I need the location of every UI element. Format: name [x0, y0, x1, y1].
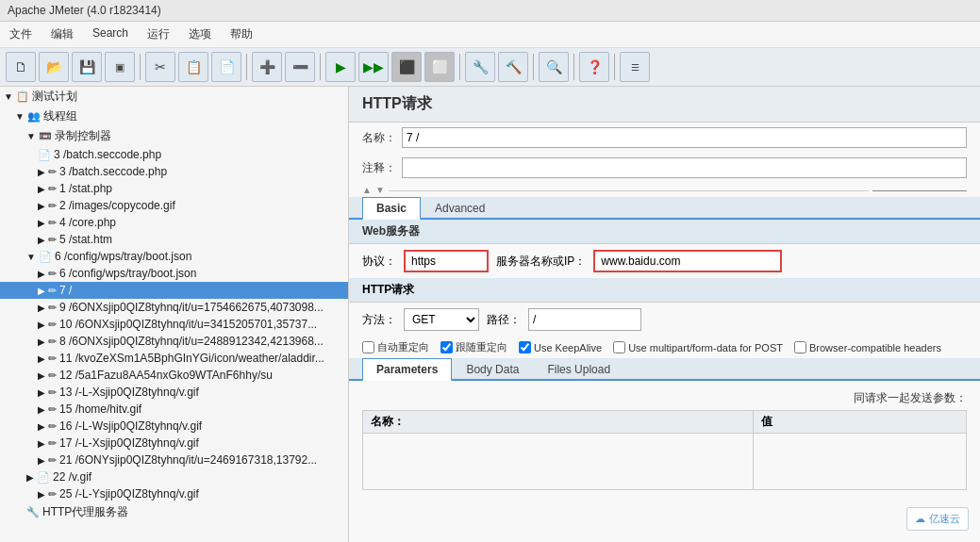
arrow-icon: ▶ [38, 201, 45, 211]
sep4 [459, 54, 460, 80]
stop2-button[interactable]: ⬜ [424, 52, 455, 82]
tree-item-images[interactable]: ▶ ✏ 2 /images/copycode.gif [0, 197, 348, 214]
method-row: 方法： GET POST PUT DELETE HEAD OPTIONS PAT… [349, 303, 980, 337]
stop-button[interactable]: ⬛ [391, 52, 422, 82]
tree-item-10[interactable]: ▶ ✏ 10 /6ONXsjip0QIZ8tyhnq/it/u=34152057… [0, 316, 348, 333]
copy-button[interactable]: 📋 [178, 52, 208, 82]
follow-redirect-label: 跟随重定向 [456, 340, 507, 354]
tree-item-stat1[interactable]: ▶ ✏ 1 /stat.php [0, 180, 348, 197]
arrow-icon: ▶ [38, 421, 45, 432]
tab-parameters[interactable]: Parameters [362, 358, 452, 381]
tree-item-core[interactable]: ▶ ✏ 4 /core.php [0, 214, 348, 231]
arrow-icon: ▶ [38, 235, 45, 245]
params-title: 同请求一起发送参数： [362, 386, 967, 410]
tab-body-data[interactable]: Body Data [452, 358, 533, 381]
tree-item-7[interactable]: ▶ ✏ 7 / [0, 282, 348, 299]
server-input[interactable] [593, 250, 782, 272]
menu-options[interactable]: 选项 [185, 25, 215, 44]
tree-item-batch1[interactable]: 📄 3 /batch.seccode.php [0, 146, 348, 163]
menu-help[interactable]: 帮助 [226, 25, 257, 44]
multipart-check: Use multipart/form-data for POST [613, 341, 783, 353]
tree-item-test-plan[interactable]: ▼ 📋 测试计划 [0, 87, 348, 107]
tab-files-upload[interactable]: Files Upload [533, 358, 624, 381]
tree-item-boot1[interactable]: ▼ 📄 6 /config/wps/tray/boot.json [0, 248, 348, 265]
name-input[interactable] [402, 127, 967, 148]
menu-search[interactable]: Search [89, 25, 132, 44]
menu-edit[interactable]: 编辑 [47, 25, 77, 44]
arrow-icon: ▶ [38, 269, 45, 279]
paste-button[interactable]: 📄 [211, 52, 241, 82]
tree-item-16[interactable]: ▶ ✏ 16 /-L-Wsjip0QIZ8tyhnq/v.gif [0, 418, 348, 435]
menu-run[interactable]: 运行 [143, 25, 174, 44]
keepalive-checkbox[interactable] [519, 341, 531, 353]
open-button[interactable]: 📂 [39, 52, 69, 82]
tree-item-17[interactable]: ▶ ✏ 17 /-L-Xsjip0QIZ8tyhnq/v.gif [0, 435, 348, 452]
arrow-icon: ▶ [38, 286, 45, 296]
save-button[interactable]: 💾 [72, 52, 102, 82]
method-label: 方法： [362, 312, 396, 328]
watermark: ☁ 亿速云 [906, 507, 969, 531]
http-request-label: HTTP请求 [362, 282, 414, 298]
cut-button[interactable]: ✂ [145, 52, 175, 82]
method-select[interactable]: GET POST PUT DELETE HEAD OPTIONS PATCH [404, 308, 479, 331]
params-table: 名称： 值 [362, 410, 967, 490]
scroll-down-icon: ▼ [375, 185, 385, 195]
arrow-icon: ▼ [15, 111, 25, 122]
run-button[interactable]: ▶ [325, 52, 356, 82]
server-name-label: 服务器名称或IP： [496, 254, 586, 270]
new-button[interactable]: 🗋 [6, 52, 36, 82]
search-toolbar-button[interactable]: 🔍 [539, 52, 569, 82]
expand-button[interactable]: ➕ [252, 52, 282, 82]
follow-redirect-check: 跟随重定向 [440, 340, 507, 354]
tree-item-recorder[interactable]: ▼ 📼 录制控制器 [0, 126, 348, 146]
browser-headers-check: Browser-compatible headers [794, 341, 941, 353]
comment-row: 注释： [349, 153, 980, 183]
menu-file[interactable]: 文件 [6, 25, 36, 44]
tree-item-15[interactable]: ▶ ✏ 15 /home/hitv.gif [0, 401, 348, 418]
follow-redirect-checkbox[interactable] [440, 341, 453, 353]
comment-input[interactable] [402, 157, 967, 178]
tabs-bar: Basic Advanced [349, 197, 980, 220]
tree-item-boot2[interactable]: ▶ ✏ 6 /config/wps/tray/boot.json [0, 265, 348, 282]
tree-item-25[interactable]: ▶ ✏ 25 /-L-Ysjip0QIZ8tyhnq/v.gif [0, 485, 348, 502]
save-as-button[interactable]: ▣ [105, 52, 135, 82]
tree-item-12[interactable]: ▶ ✏ 12 /5a1Fazu8AA54nxGko9WTAnF6hhy/su [0, 367, 348, 384]
path-input[interactable] [528, 308, 641, 331]
help-button[interactable]: ❓ [579, 52, 609, 82]
tree-item-22[interactable]: ▶ 📄 22 /v.gif [0, 468, 348, 485]
web-server-header: Web服务器 [349, 220, 980, 244]
web-server-label: Web服务器 [362, 223, 420, 239]
tree-item-13[interactable]: ▶ ✏ 13 /-L-Xsjip0QIZ8tyhnq/v.gif [0, 384, 348, 401]
menu-bar: 文件 编辑 Search 运行 选项 帮助 [0, 22, 980, 48]
tree-item-21[interactable]: ▶ ✏ 21 /6ONYsjip0QIZ8tyhnq/it/u=24691673… [0, 452, 348, 468]
watermark-text: 亿速云 [929, 512, 960, 526]
checkboxes-row: 自动重定向 跟随重定向 Use KeepAlive Use multipart/… [349, 337, 980, 358]
params-section: 同请求一起发送参数： 名称： 值 [349, 381, 980, 496]
clear2-button[interactable]: 🔨 [498, 52, 528, 82]
tree-item-8[interactable]: ▶ ✏ 8 /6ONXsjip0QIZ8tyhnq/it/u=248891234… [0, 333, 348, 350]
auto-redirect-checkbox[interactable] [362, 341, 374, 353]
collapse-button[interactable]: ➖ [285, 52, 315, 82]
arrow-icon: ▶ [38, 387, 45, 398]
multipart-checkbox[interactable] [613, 341, 625, 353]
tree-item-batch2[interactable]: ▶ ✏ 3 /batch.seccode.php [0, 163, 348, 180]
browser-headers-checkbox[interactable] [794, 341, 806, 353]
col-name: 名称： [363, 411, 754, 434]
tree-item-11[interactable]: ▶ ✏ 11 /kvoZeXSm1A5BphGInYGi/icon/weathe… [0, 350, 348, 367]
name-label: 名称： [362, 130, 396, 146]
protocol-input[interactable] [404, 250, 489, 272]
tree-item-http-proxy[interactable]: 🔧 HTTP代理服务器 [0, 502, 348, 522]
extra-button[interactable]: ☰ [620, 52, 650, 82]
title-bar: Apache JMeter (4.0 r1823414) [0, 0, 980, 22]
tree-item-stat2[interactable]: ▶ ✏ 5 /stat.htm [0, 231, 348, 248]
sep7 [614, 54, 615, 80]
tab-basic[interactable]: Basic [362, 197, 421, 220]
tab-advanced[interactable]: Advanced [421, 197, 499, 220]
server-row: 协议： 服务器名称或IP： [349, 244, 980, 278]
main-layout: ▼ 📋 测试计划 ▼ 👥 线程组 ▼ 📼 录制控制器 📄 3 /batch.se… [0, 87, 980, 542]
clear-button[interactable]: 🔧 [465, 52, 495, 82]
tree-item-9[interactable]: ▶ ✏ 9 /6ONXsjip0QIZ8tyhnq/it/u=175466267… [0, 299, 348, 316]
toolbar: 🗋 📂 💾 ▣ ✂ 📋 📄 ➕ ➖ ▶ ▶▶ ⬛ ⬜ 🔧 🔨 🔍 ❓ ☰ [0, 48, 980, 87]
tree-item-thread-group[interactable]: ▼ 👥 线程组 [0, 107, 348, 126]
run-all-button[interactable]: ▶▶ [358, 52, 389, 82]
